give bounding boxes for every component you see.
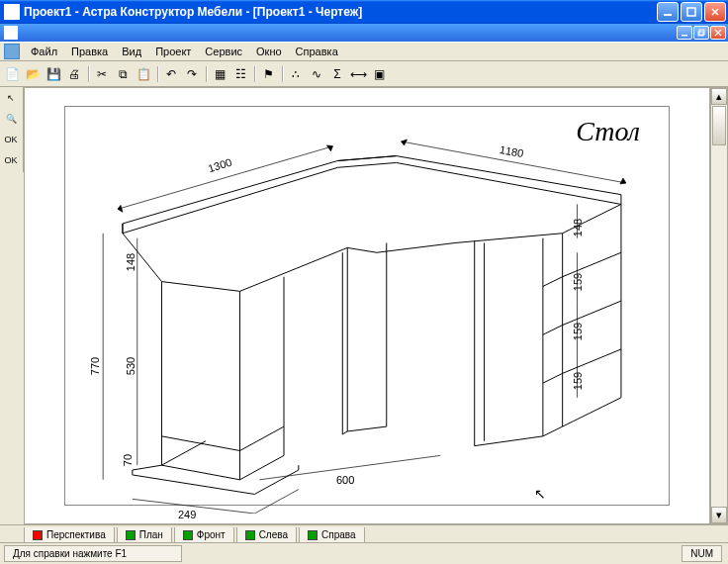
toolbar-separator bbox=[203, 64, 209, 84]
toolbar-separator bbox=[251, 64, 257, 84]
tab-swatch-icon bbox=[126, 530, 136, 540]
maximize-button[interactable] bbox=[681, 2, 702, 22]
dim-148-left: 148 bbox=[125, 253, 136, 271]
tab-label: Перспектива bbox=[46, 529, 106, 540]
link-icon: ∿ bbox=[312, 67, 321, 81]
tab-3[interactable]: Слева bbox=[236, 527, 297, 543]
toolbar-separator bbox=[279, 64, 285, 84]
page: Стол 1300 1180 148 530 70 770 249 600 14… bbox=[35, 98, 699, 514]
tab-swatch-icon bbox=[33, 530, 43, 540]
dim-70: 70 bbox=[122, 454, 134, 466]
toolbar-tree-button[interactable]: ☷ bbox=[230, 64, 250, 84]
scroll-up-button[interactable]: ▴ bbox=[711, 88, 727, 105]
menu-справка[interactable]: Справка bbox=[289, 44, 345, 59]
tab-1[interactable]: План bbox=[117, 527, 172, 543]
toolbar-paste-button[interactable]: 📋 bbox=[134, 64, 153, 84]
drawing-title: Стол bbox=[576, 116, 640, 147]
toolbar-link-button[interactable]: ∿ bbox=[307, 64, 326, 84]
print-icon: 🖨 bbox=[68, 67, 80, 81]
drawing-canvas[interactable]: Стол 1300 1180 148 530 70 770 249 600 14… bbox=[24, 87, 710, 524]
scroll-thumb[interactable] bbox=[712, 106, 726, 145]
toolbar-cut-button[interactable]: ✂ bbox=[92, 64, 112, 84]
tab-swatch-icon bbox=[245, 530, 255, 540]
toolbar-redo-button[interactable]: ↷ bbox=[182, 64, 202, 84]
sidetool-ok-bold-button[interactable]: OK bbox=[1, 130, 21, 149]
svg-rect-1 bbox=[687, 8, 695, 16]
paste-icon: 📋 bbox=[136, 67, 151, 81]
tab-0[interactable]: Перспектива bbox=[24, 527, 115, 543]
sum-icon: Σ bbox=[333, 67, 340, 81]
flag-icon: ⚑ bbox=[263, 67, 274, 81]
child-restore-button[interactable] bbox=[693, 26, 709, 40]
minimize-button[interactable] bbox=[657, 2, 679, 22]
svg-rect-0 bbox=[664, 14, 672, 16]
sidetool-cursor-button[interactable]: ↖ bbox=[1, 88, 21, 108]
toolbar-grid-button[interactable]: ▦ bbox=[210, 64, 229, 84]
mouse-cursor-icon: ↖ bbox=[534, 486, 546, 502]
dim-159-1: 159 bbox=[572, 273, 584, 291]
menu-проект[interactable]: Проект bbox=[148, 44, 198, 59]
tab-label: Справа bbox=[321, 529, 356, 540]
toolbar-sum-button[interactable]: Σ bbox=[327, 64, 347, 84]
tab-label: Слева bbox=[259, 529, 288, 540]
toolbar-save-button[interactable]: 💾 bbox=[44, 64, 63, 84]
furniture-drawing bbox=[35, 98, 699, 514]
svg-rect-4 bbox=[682, 35, 687, 37]
toolbar-print-button[interactable]: 🖨 bbox=[64, 64, 84, 84]
titlebar: Проект1 - Астра Конструктор Мебели - [Пр… bbox=[0, 0, 728, 24]
menu-окно[interactable]: Окно bbox=[249, 44, 289, 59]
toolbar-flag-button[interactable]: ⚑ bbox=[258, 64, 278, 84]
child-minimize-button[interactable] bbox=[677, 26, 692, 40]
menu-файл[interactable]: Файл bbox=[24, 44, 64, 59]
tab-4[interactable]: Справа bbox=[299, 527, 365, 543]
statusbar: Для справки нажмите F1 NUM bbox=[0, 542, 728, 564]
toolbar-new-button[interactable]: 📄 bbox=[2, 64, 22, 84]
close-button[interactable] bbox=[704, 2, 726, 22]
undo-icon: ↶ bbox=[166, 67, 176, 81]
toolbar-separator bbox=[154, 64, 160, 84]
tab-swatch-icon bbox=[308, 530, 318, 540]
scroll-down-button[interactable]: ▾ bbox=[711, 507, 727, 523]
app-icon bbox=[4, 4, 20, 20]
view-tabs: ПерспективаПланФронтСлеваСправа bbox=[0, 524, 728, 542]
save-icon: 💾 bbox=[46, 67, 61, 81]
menu-вид[interactable]: Вид bbox=[115, 44, 148, 59]
window-title: Проект1 - Астра Конструктор Мебели - [Пр… bbox=[24, 5, 655, 19]
dim-icon: ⟷ bbox=[350, 67, 367, 81]
child-icon bbox=[4, 26, 18, 40]
toolbar-node-button[interactable]: ∴ bbox=[286, 64, 306, 84]
menu-сервис[interactable]: Сервис bbox=[198, 44, 249, 59]
new-icon: 📄 bbox=[5, 67, 20, 81]
toolbar-copy-button[interactable]: ⧉ bbox=[113, 64, 133, 84]
toolbar-undo-button[interactable]: ↶ bbox=[161, 64, 181, 84]
open-icon: 📂 bbox=[26, 67, 41, 81]
sidetool-zoom-button[interactable]: 🔍 bbox=[1, 109, 21, 129]
toolbar-row-1: 📄📂💾🖨✂⧉📋↶↷▦☷⚑∴∿Σ⟷▣ bbox=[0, 61, 728, 87]
vertical-scrollbar[interactable]: ▴ ▾ bbox=[710, 87, 728, 524]
tree-icon: ☷ bbox=[235, 67, 246, 81]
toolbar-open-button[interactable]: 📂 bbox=[23, 64, 43, 84]
dim-249: 249 bbox=[178, 509, 196, 520]
toolbar-dim-button[interactable]: ⟷ bbox=[348, 64, 368, 84]
sidetool-ok-button[interactable]: OK bbox=[1, 150, 21, 170]
status-num: NUM bbox=[682, 545, 722, 562]
toolbar-group-button[interactable]: ▣ bbox=[369, 64, 389, 84]
child-close-button[interactable] bbox=[710, 26, 726, 40]
dim-600: 600 bbox=[336, 474, 354, 486]
dim-770: 770 bbox=[89, 357, 101, 375]
dim-159-3: 159 bbox=[572, 372, 584, 390]
node-icon: ∴ bbox=[292, 67, 300, 81]
cut-icon: ✂ bbox=[97, 67, 107, 81]
grid-icon: ▦ bbox=[215, 67, 226, 81]
tab-label: Фронт bbox=[197, 529, 226, 540]
menu-правка[interactable]: Правка bbox=[64, 44, 115, 59]
side-toolbar: ↖🔍OKOK bbox=[0, 87, 24, 172]
tab-2[interactable]: Фронт bbox=[174, 527, 234, 543]
system-menu-icon[interactable] bbox=[4, 44, 20, 59]
tab-swatch-icon bbox=[183, 530, 193, 540]
group-icon: ▣ bbox=[374, 67, 385, 81]
tab-label: План bbox=[139, 529, 163, 540]
status-help: Для справки нажмите F1 bbox=[4, 545, 182, 562]
redo-icon: ↷ bbox=[187, 67, 197, 81]
dim-530: 530 bbox=[125, 357, 136, 375]
